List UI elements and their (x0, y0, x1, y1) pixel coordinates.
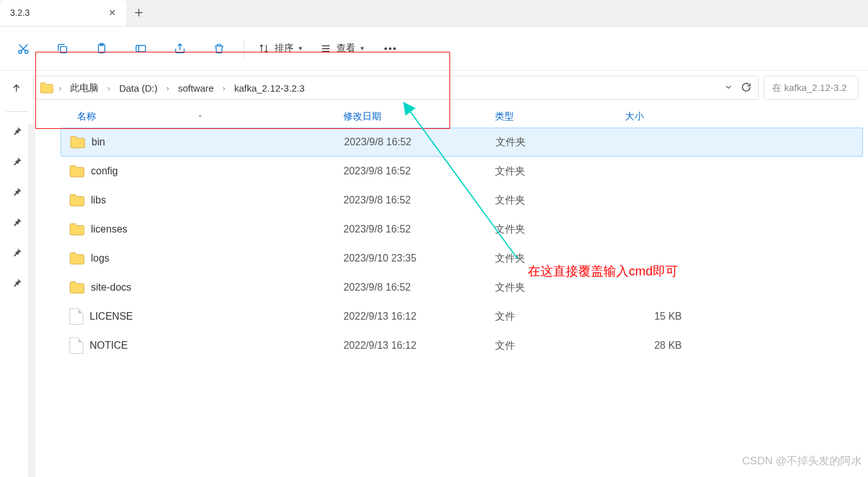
more-button[interactable] (374, 47, 406, 50)
file-name: libs (91, 195, 106, 206)
file-type: 文件夹 (495, 165, 625, 178)
file-date: 2023/9/10 23:35 (343, 253, 495, 264)
file-date: 2022/9/13 16:12 (343, 311, 495, 322)
file-size: 28 KB (625, 340, 697, 351)
file-date: 2023/9/8 16:52 (343, 282, 495, 293)
up-button[interactable] (5, 76, 28, 99)
file-icon (69, 308, 83, 325)
watermark: CSDN @不掉头发的阿水 (742, 454, 862, 468)
new-tab-button[interactable] (126, 0, 152, 26)
file-date: 2023/9/8 16:52 (343, 166, 495, 177)
sort-label: 排序 (275, 42, 294, 54)
file-name: bin (92, 136, 105, 148)
breadcrumb-item[interactable]: 此电脑 (66, 80, 102, 96)
copy-button[interactable] (44, 35, 81, 63)
breadcrumb-item[interactable]: kafka_2.12-3.2.3 (230, 81, 309, 95)
file-name: NOTICE (90, 340, 128, 351)
chevron-right-icon: › (105, 83, 112, 93)
file-date: 2023/9/8 16:52 (344, 136, 496, 148)
toolbar: 排序 ▾ 查看 ▾ (0, 27, 868, 71)
file-row[interactable]: libs2023/9/8 16:52文件夹 (61, 186, 863, 215)
cut-button[interactable] (5, 35, 42, 63)
delete-button[interactable] (201, 35, 237, 63)
rename-button[interactable] (122, 35, 159, 63)
file-row[interactable]: config2023/9/8 16:52文件夹 (61, 157, 863, 186)
file-date: 2023/9/8 16:52 (343, 195, 495, 206)
file-row[interactable]: LICENSE2022/9/13 16:12文件15 KB (61, 302, 863, 331)
column-type[interactable]: 类型 (495, 111, 625, 123)
view-label: 查看 (336, 42, 355, 54)
sort-indicator-icon: ˄ (198, 114, 202, 123)
search-placeholder: 在 kafka_2.12-3.2 (772, 82, 847, 94)
separator (244, 40, 244, 57)
file-date: 2022/9/13 16:12 (343, 340, 495, 351)
file-name: licenses (91, 224, 128, 235)
file-row[interactable]: licenses2023/9/8 16:52文件夹 (61, 215, 863, 244)
svg-point-1 (25, 50, 28, 53)
folder-icon (69, 223, 85, 236)
chevron-right-icon: › (56, 83, 64, 93)
file-row[interactable]: logs2023/9/10 23:35文件夹 (61, 244, 863, 273)
main-area: 名称˄ 修改日期 类型 大小 bin2023/9/8 16:52文件夹confi… (0, 105, 868, 477)
svg-point-0 (19, 50, 22, 53)
history-dropdown[interactable] (724, 83, 733, 94)
separator (6, 111, 28, 112)
sort-button[interactable]: 排序 ▾ (251, 35, 310, 63)
file-size: 15 KB (625, 311, 697, 322)
scroll-gutter (28, 124, 35, 477)
folder-icon (69, 194, 85, 207)
folder-icon (69, 252, 85, 265)
file-type: 文件 (495, 339, 625, 353)
file-type: 文件夹 (495, 252, 625, 265)
folder-icon (70, 136, 85, 148)
file-row[interactable]: bin2023/9/8 16:52文件夹 (61, 128, 863, 157)
file-name: config (91, 166, 118, 177)
breadcrumb-item[interactable]: software (174, 81, 218, 95)
chevron-down-icon: ▾ (360, 44, 364, 52)
file-type: 文件夹 (495, 194, 625, 207)
folder-icon (69, 165, 85, 178)
view-button[interactable]: 查看 ▾ (312, 35, 372, 63)
file-type: 文件夹 (495, 223, 625, 236)
file-date: 2023/9/8 16:52 (343, 224, 495, 235)
file-type: 文件 (495, 310, 625, 323)
folder-icon (40, 82, 54, 94)
file-name: LICENSE (90, 311, 133, 322)
file-row[interactable]: site-docs2023/9/8 16:52文件夹 (61, 273, 863, 302)
address-bar[interactable]: › 此电脑 › Data (D:) › software › kafka_2.1… (33, 76, 759, 100)
svg-rect-2 (61, 46, 67, 52)
column-size[interactable]: 大小 (625, 111, 858, 123)
file-icon (69, 337, 83, 354)
svg-rect-5 (136, 45, 146, 52)
chevron-right-icon: › (164, 83, 172, 93)
column-headers: 名称˄ 修改日期 类型 大小 (61, 105, 863, 128)
folder-icon (69, 281, 85, 294)
column-name[interactable]: 名称˄ (66, 111, 343, 123)
tab-bar: 3.2.3 ✕ (0, 0, 868, 27)
file-type: 文件夹 (496, 136, 626, 149)
tab-title: 3.2.3 (10, 8, 30, 18)
search-input[interactable]: 在 kafka_2.12-3.2 (764, 76, 859, 100)
file-type: 文件夹 (495, 281, 625, 294)
file-name: site-docs (91, 282, 131, 293)
refresh-button[interactable] (740, 82, 752, 95)
breadcrumb-item[interactable]: Data (D:) (116, 81, 162, 95)
close-icon[interactable]: ✕ (106, 8, 119, 18)
address-row: › 此电脑 › Data (D:) › software › kafka_2.1… (0, 71, 868, 105)
share-button[interactable] (162, 35, 198, 63)
chevron-down-icon: ▾ (299, 44, 302, 52)
file-name: logs (91, 253, 109, 264)
tab[interactable]: 3.2.3 ✕ (0, 0, 126, 26)
file-list: 名称˄ 修改日期 类型 大小 bin2023/9/8 16:52文件夹confi… (56, 105, 868, 477)
column-date[interactable]: 修改日期 (343, 111, 495, 123)
paste-button[interactable] (83, 35, 120, 63)
chevron-right-icon: › (220, 83, 228, 93)
file-row[interactable]: NOTICE2022/9/13 16:12文件28 KB (61, 331, 863, 360)
